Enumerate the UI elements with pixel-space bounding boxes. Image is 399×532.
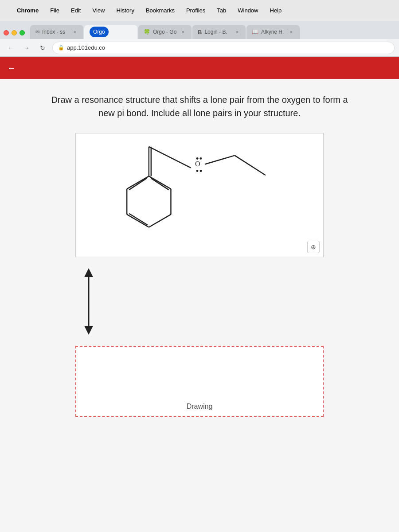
main-content: Draw a resonance structure that shifts a…	[0, 79, 399, 426]
tab-alkyne-label: Alkyne H.	[261, 29, 284, 35]
mac-menubar: Chrome File Edit View History Bookmarks …	[0, 0, 399, 21]
svg-line-3	[127, 215, 149, 227]
tab-alkyne-close[interactable]: ×	[288, 29, 294, 35]
tab-orgo2[interactable]: 🍀 Orgo - Go ×	[138, 25, 192, 39]
tab-bar: ✉ Inbox - ss × Orgo 🍀 Orgo - Go × B Logi…	[0, 21, 399, 39]
svg-point-14	[196, 170, 199, 172]
svg-line-16	[205, 156, 235, 164]
bidirectional-arrow-svg	[75, 266, 102, 337]
chrome-window: ✉ Inbox - ss × Orgo 🍀 Orgo - Go × B Logi…	[0, 21, 399, 532]
url-bar[interactable]: 🔒 app.101edu.co	[52, 42, 395, 54]
svg-point-15	[200, 170, 202, 172]
tab-login-close[interactable]: ×	[234, 29, 240, 35]
page-content: ← Draw a resonance structure that shifts…	[0, 57, 399, 532]
menu-window[interactable]: Window	[236, 6, 260, 15]
close-window-button[interactable]	[4, 30, 9, 35]
menu-profiles[interactable]: Profiles	[184, 6, 207, 15]
menu-help[interactable]: Help	[268, 6, 284, 15]
maximize-window-button[interactable]	[20, 30, 25, 35]
svg-marker-19	[84, 268, 93, 277]
menu-view[interactable]: View	[90, 6, 106, 15]
back-nav-button[interactable]: ←	[4, 42, 17, 54]
drawing-label: Drawing	[187, 403, 213, 411]
svg-point-13	[200, 157, 202, 160]
menu-history[interactable]: History	[114, 6, 136, 15]
tab-orgo-label: Orgo	[90, 27, 109, 37]
minimize-window-button[interactable]	[12, 30, 17, 35]
zoom-button[interactable]: ⊕	[307, 241, 320, 253]
menu-file[interactable]: File	[48, 6, 61, 15]
url-text: app.101edu.co	[67, 44, 105, 51]
svg-line-6	[151, 178, 169, 190]
svg-line-5	[127, 176, 149, 189]
tab-inbox-label: Inbox - ss	[42, 29, 65, 35]
menu-bookmarks[interactable]: Bookmarks	[144, 6, 176, 15]
svg-line-8	[129, 178, 147, 190]
back-button[interactable]: ←	[7, 63, 16, 73]
svg-point-12	[196, 157, 199, 160]
traffic-lights	[4, 30, 25, 35]
svg-line-0	[149, 176, 171, 189]
chemical-structure-svg: O	[76, 133, 323, 257]
menu-tab[interactable]: Tab	[215, 6, 228, 15]
zoom-icon: ⊕	[311, 243, 316, 250]
address-bar: ← → ↻ 🔒 app.101edu.co	[0, 39, 399, 57]
question-text: Draw a resonance structure that shifts a…	[49, 93, 350, 120]
oxygen-label: O	[195, 160, 200, 168]
forward-nav-button[interactable]: →	[20, 42, 33, 54]
tab-login[interactable]: B Login - B. ×	[192, 25, 246, 39]
tab-inbox-favicon: ✉	[35, 29, 39, 35]
tab-inbox[interactable]: ✉ Inbox - ss ×	[30, 25, 83, 39]
lock-icon: 🔒	[58, 45, 64, 51]
svg-line-17	[235, 156, 266, 176]
tab-alkyne[interactable]: 📖 Alkyne H. ×	[246, 25, 300, 39]
tab-inbox-close[interactable]: ×	[72, 29, 78, 35]
tab-login-label: Login - B.	[204, 29, 227, 35]
tab-orgo2-close[interactable]: ×	[180, 29, 186, 35]
menu-chrome[interactable]: Chrome	[15, 6, 40, 15]
structure-display: O ⊕	[75, 133, 324, 257]
tab-orgo2-label: Orgo - Go	[153, 29, 176, 35]
tab-orgo2-favicon: 🍀	[144, 29, 150, 35]
tab-login-favicon: B	[198, 29, 202, 35]
red-topbar: ←	[0, 57, 399, 79]
svg-line-2	[149, 215, 171, 227]
arrow-container	[49, 266, 350, 337]
drawing-area[interactable]: Drawing	[75, 346, 324, 417]
tab-alkyne-favicon: 📖	[252, 29, 258, 35]
menu-edit[interactable]: Edit	[69, 6, 82, 15]
tab-orgo[interactable]: Orgo	[84, 25, 137, 39]
svg-line-7	[129, 214, 148, 225]
svg-line-11	[149, 147, 191, 168]
refresh-button[interactable]: ↻	[36, 42, 49, 54]
svg-marker-20	[84, 326, 93, 335]
